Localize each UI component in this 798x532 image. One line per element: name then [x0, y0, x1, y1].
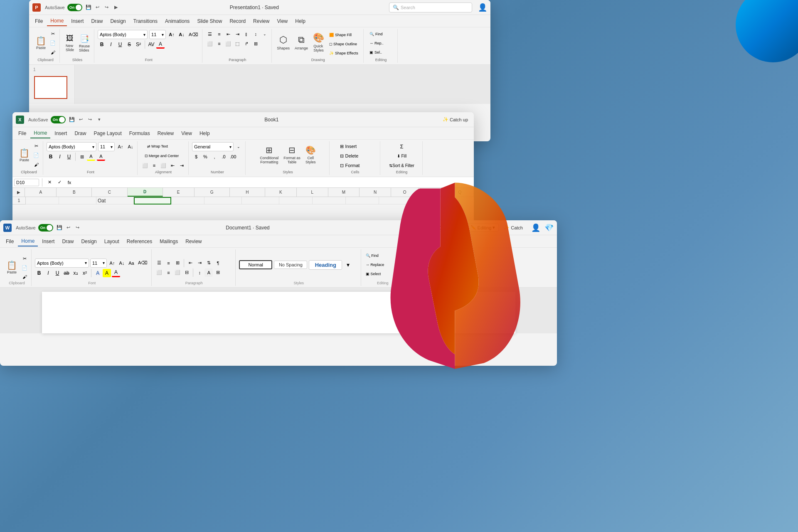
word-copy-btn[interactable]: 📄 [20, 264, 29, 272]
ppt-line-spacing-btn[interactable]: ↕ [251, 30, 260, 38]
excel-wrap-text-btn[interactable]: ⇌ Wrap Text [141, 142, 174, 150]
word-menu-references[interactable]: References [123, 237, 155, 246]
excel-font-color[interactable]: A [97, 153, 105, 161]
excel-menu-insert[interactable]: Insert [51, 129, 70, 138]
word-menu-layout[interactable]: Layout [101, 237, 123, 246]
ppt-align-left[interactable]: ⬜ [206, 39, 214, 48]
word-align-center[interactable]: ≡ [164, 268, 172, 277]
ppt-text-dir[interactable]: ↱ [242, 39, 251, 48]
excel-borders-btn[interactable]: ⊞ [78, 153, 86, 161]
excel-underline-btn[interactable]: U [65, 153, 73, 161]
word-text-effect-btn[interactable]: A [94, 269, 102, 277]
word-sort-btn[interactable]: ⇅ [204, 259, 213, 267]
ppt-reuse-slides-btn[interactable]: 📑 ReuseSlides [77, 30, 91, 57]
word-diamond-icon[interactable]: 💎 [544, 223, 554, 232]
excel-col-k[interactable]: K [265, 188, 297, 197]
ppt-menu-file[interactable]: File [32, 17, 46, 26]
word-bullet-btn[interactable]: ☰ [155, 259, 163, 267]
word-subscript-btn[interactable]: x₂ [71, 269, 80, 277]
excel-conditional-formatting-btn[interactable]: ⊞ ConditionalFormatting [258, 142, 280, 167]
word-menu-mailings[interactable]: Mailings [156, 237, 181, 246]
excel-cell-k1[interactable] [279, 197, 313, 204]
excel-col-c[interactable]: C [92, 188, 127, 197]
excel-paste-btn[interactable]: 📋 Paste [17, 142, 31, 169]
word-italic-btn[interactable]: I [44, 269, 52, 277]
excel-increase-font[interactable]: A↑ [116, 143, 125, 151]
ppt-increase-font[interactable]: A↑ [167, 30, 176, 39]
word-change-case[interactable]: Aa [127, 259, 135, 267]
word-menu-file[interactable]: File [2, 237, 17, 246]
ppt-shadow-btn[interactable]: S² [134, 40, 143, 49]
excel-menu-draw[interactable]: Draw [71, 129, 89, 138]
excel-fill-btn[interactable]: ⬇ Fill [388, 152, 416, 160]
ppt-shapes-btn[interactable]: ⬡ Shapes [275, 30, 291, 55]
ppt-shape-outline-btn[interactable]: ◻ Shape Outline [328, 40, 361, 48]
ppt-menu-review[interactable]: Review [250, 17, 273, 26]
word-autosave-toggle[interactable]: On [38, 224, 53, 232]
excel-comma-btn[interactable]: , [210, 153, 219, 161]
ppt-align-center[interactable]: ≡ [215, 39, 223, 48]
ppt-slide-thumb[interactable] [34, 76, 67, 99]
excel-autosave-toggle[interactable]: On [51, 116, 66, 123]
ppt-menu-help[interactable]: Help [292, 17, 309, 26]
ppt-decrease-indent[interactable]: ⇤ [224, 30, 232, 38]
ppt-select-btn[interactable]: ▣ Sel.. [368, 48, 393, 57]
ppt-numbered-btn[interactable]: ≡ [215, 30, 223, 38]
word-justify-btn[interactable]: ⊟ [182, 268, 191, 277]
excel-bold-btn[interactable]: B [47, 153, 55, 161]
excel-col-h[interactable]: H [230, 188, 265, 197]
excel-menu-page-layout[interactable]: Page Layout [90, 129, 125, 138]
ppt-font-selector[interactable]: Aptos (Body) ▾ [98, 30, 148, 39]
ppt-redo-icon[interactable]: ↪ [103, 4, 111, 11]
excel-col-a[interactable]: A [25, 188, 57, 197]
word-style-no-spacing-btn[interactable]: No Spacing [274, 261, 307, 269]
excel-delete-btn[interactable]: ⊟Delete [339, 152, 372, 160]
excel-fill-color[interactable]: A [87, 153, 95, 161]
ppt-search-box[interactable]: 🔍 Search [389, 2, 472, 12]
ppt-menu-animations[interactable]: Animations [162, 17, 193, 26]
ppt-find-btn[interactable]: 🔍 Find [368, 30, 393, 38]
word-highlight-btn[interactable]: A [103, 269, 111, 277]
word-style-heading-btn[interactable]: Heading [309, 260, 342, 270]
ppt-save-icon[interactable]: 💾 [85, 4, 92, 11]
excel-col-e[interactable]: E [163, 188, 195, 197]
word-menu-review[interactable]: Review [182, 237, 205, 246]
ppt-columns-btn[interactable]: ⫿ [242, 30, 251, 38]
word-font-selector[interactable]: Aptos (Body) ▾ [35, 259, 89, 268]
excel-indent-decrease[interactable]: ⇤ [168, 161, 177, 170]
ppt-char-spacing-btn[interactable]: AV [147, 40, 155, 49]
excel-confirm-btn[interactable]: ✓ [55, 178, 64, 187]
ppt-autosave-toggle[interactable]: On [67, 4, 82, 11]
ppt-strikethrough-btn[interactable]: S [125, 40, 133, 49]
ppt-bullet-btn[interactable]: ☰ [206, 30, 214, 38]
excel-cut-btn[interactable]: ✂ [32, 142, 40, 150]
excel-cell-c1[interactable]: Oat [96, 197, 134, 204]
excel-catch-up-btn[interactable]: ✨Catch up [440, 116, 470, 123]
ppt-menu-record[interactable]: Record [226, 17, 249, 26]
excel-format-as-table-btn[interactable]: ⊟ Format asTable [282, 142, 302, 167]
excel-more-icon[interactable]: ▾ [96, 116, 103, 123]
ppt-menu-design[interactable]: Design [107, 17, 129, 26]
excel-col-d[interactable]: D [128, 188, 163, 197]
ppt-align-right[interactable]: ⬜ [224, 39, 232, 48]
ppt-menu-transitions[interactable]: Transitions [130, 17, 161, 26]
excel-cell-reference[interactable] [14, 179, 39, 186]
excel-currency-btn[interactable]: $ [192, 153, 200, 161]
excel-cell-g1[interactable] [204, 197, 242, 204]
excel-row-header-1[interactable]: 1 [12, 197, 26, 204]
excel-col-l[interactable]: L [297, 188, 328, 197]
excel-col-b[interactable]: B [57, 188, 92, 197]
excel-format-btn[interactable]: ⊡Format [339, 161, 372, 170]
excel-align-right[interactable]: ⬜ [159, 161, 167, 170]
excel-increase-decimal[interactable]: .0 [219, 153, 228, 161]
excel-menu-view[interactable]: View [178, 129, 195, 138]
word-increase-indent[interactable]: ⇥ [195, 259, 204, 267]
excel-font-selector[interactable]: Aptos (Body) ▾ [47, 142, 96, 151]
word-line-spacing-btn[interactable]: ↕ [195, 268, 204, 277]
ppt-menu-slideshow[interactable]: Slide Show [194, 17, 225, 26]
ppt-new-slide-btn[interactable]: 🖼 NewSlide [63, 30, 76, 57]
word-decrease-font[interactable]: A↓ [118, 259, 126, 267]
excel-indent-increase[interactable]: ⇥ [177, 161, 186, 170]
excel-format-painter-btn[interactable]: 🖌 [32, 160, 40, 169]
word-save-icon[interactable]: 💾 [56, 224, 63, 232]
